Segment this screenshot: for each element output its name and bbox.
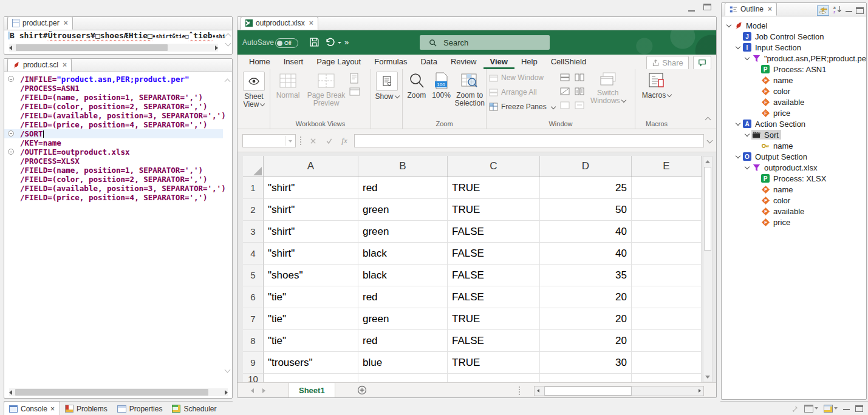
row-header[interactable]: 2 — [243, 199, 264, 221]
grid-vscrollbar[interactable] — [703, 156, 713, 382]
cell[interactable] — [632, 286, 702, 308]
close-icon[interactable]: × — [309, 20, 313, 26]
cancel-icon[interactable] — [310, 138, 316, 144]
cell[interactable] — [632, 221, 702, 243]
cell[interactable]: 20 — [540, 286, 632, 308]
hide-button[interactable] — [559, 86, 571, 96]
cell[interactable]: TRUE — [448, 199, 540, 221]
split-button[interactable] — [559, 72, 571, 83]
expand-arrow[interactable] — [742, 134, 751, 136]
close-icon[interactable]: × — [50, 405, 55, 413]
unhide-button[interactable] — [559, 100, 571, 110]
tab-product-scl[interactable]: product.scl × — [7, 58, 72, 72]
cell[interactable]: TRUE — [448, 352, 540, 374]
fold-toggle[interactable] — [8, 149, 14, 155]
collapse-ribbon-icon[interactable] — [706, 115, 710, 124]
scl-hscrollbar[interactable] — [9, 388, 228, 396]
open-console-button[interactable] — [804, 405, 818, 413]
sheet-nav-left-icon[interactable] — [251, 388, 254, 393]
scroll-up-icon[interactable] — [705, 160, 710, 163]
column-header[interactable]: E — [632, 156, 702, 177]
code-line[interactable]: /INFILE="product.asn,PER;product.per" — [4, 75, 223, 84]
formula-bar-splitter[interactable] — [300, 137, 301, 145]
cell[interactable]: FALSE — [448, 265, 540, 286]
share-button[interactable]: Share — [646, 56, 689, 70]
tree-item[interactable]: AAction Section — [722, 118, 866, 129]
tab-review[interactable]: Review — [444, 55, 484, 69]
enter-check-icon[interactable] — [326, 138, 333, 144]
scrollbar-thumb[interactable] — [704, 167, 711, 251]
cell[interactable] — [632, 374, 702, 383]
cell[interactable]: 20 — [540, 330, 632, 352]
tab-problems[interactable]: Problems — [60, 402, 112, 415]
cell[interactable] — [632, 330, 702, 352]
switch-windows-button[interactable]: Switch Windows — [590, 69, 626, 114]
editor-minimize-button[interactable] — [688, 5, 695, 13]
tab-scheduler[interactable]: Scheduler — [167, 402, 221, 415]
fold-toggle[interactable] — [8, 130, 14, 137]
comments-button[interactable] — [693, 56, 711, 70]
scroll-right-icon[interactable] — [699, 389, 701, 393]
pin-icon[interactable] — [791, 405, 799, 413]
cell[interactable]: "tie" — [264, 308, 358, 330]
zoom-button[interactable]: Zoom — [404, 69, 429, 107]
expand-arrow[interactable] — [742, 58, 751, 59]
reset-window-position-button[interactable] — [573, 100, 586, 110]
scroll-up-icon[interactable] — [225, 77, 230, 86]
sheet-tab[interactable]: Sheet1 — [289, 383, 335, 398]
fold-toggle[interactable] — [8, 76, 14, 82]
tree-item[interactable]: available — [722, 206, 866, 217]
code-line[interactable]: /FIELD=(color, position=2, SEPARATOR=','… — [4, 102, 223, 111]
sheet-nav-right-icon[interactable] — [262, 388, 265, 393]
maximize-view-button[interactable] — [856, 7, 864, 14]
cell[interactable] — [540, 374, 632, 383]
name-box[interactable] — [242, 134, 296, 147]
cell[interactable]: FALSE — [448, 221, 540, 243]
cell[interactable]: blue — [358, 352, 448, 374]
scroll-down-icon[interactable] — [226, 39, 230, 47]
row-header[interactable]: 7 — [243, 308, 264, 330]
tab-outproduct-xlsx[interactable]: outproduct.xlsx × — [241, 16, 318, 30]
expand-arrow[interactable] — [733, 123, 742, 125]
page-layout-icon[interactable] — [349, 73, 359, 84]
column-header[interactable]: A — [264, 156, 358, 177]
cell[interactable]: TRUE — [448, 308, 540, 330]
cell[interactable] — [632, 243, 702, 265]
search-input[interactable]: Search — [420, 35, 550, 50]
tree-item[interactable]: outproduct.xlsx — [722, 162, 866, 173]
freeze-panes-button[interactable]: Freeze Panes — [489, 100, 555, 114]
scrollbar-thumb[interactable] — [15, 389, 208, 396]
scroll-left-icon[interactable] — [9, 390, 12, 395]
tree-item-selected[interactable]: Sort — [722, 129, 866, 140]
tree-item[interactable]: Model — [722, 20, 866, 31]
tab-properties[interactable]: Properties — [112, 402, 168, 415]
cell[interactable]: red — [358, 177, 448, 199]
code-line[interactable]: /KEY=name — [4, 138, 223, 147]
cell[interactable]: "tie" — [264, 286, 358, 308]
tree-item[interactable]: price — [722, 217, 866, 228]
scroll-down-icon[interactable] — [225, 365, 230, 374]
tree-item[interactable]: PProcess: XLSX — [722, 173, 866, 184]
row-header[interactable]: 10 — [243, 374, 264, 383]
tree-item[interactable]: color — [722, 86, 866, 96]
cell[interactable]: "trousers" — [264, 352, 358, 374]
cell[interactable]: FALSE — [448, 330, 540, 352]
cell[interactable] — [632, 265, 702, 286]
tree-item[interactable]: JJob Control Section — [722, 31, 866, 42]
code-line[interactable]: /PROCESS=XLSX — [4, 157, 223, 166]
view-side-by-side-button[interactable] — [573, 72, 586, 83]
code-line[interactable]: /FIELD=(available, position=3, SEPARATOR… — [4, 184, 223, 193]
per-hscrollbar[interactable] — [9, 44, 218, 52]
show-button[interactable]: Show — [371, 69, 403, 101]
sheet-view-button[interactable]: Sheet View — [238, 69, 270, 109]
cell[interactable] — [448, 374, 540, 383]
code-line[interactable]: /FIELD=(color, position=2, SEPARATOR=','… — [4, 175, 223, 184]
formula-input[interactable] — [354, 134, 704, 147]
cell[interactable]: FALSE — [448, 286, 540, 308]
tree-item[interactable]: name — [722, 75, 866, 86]
zoom-100-button[interactable]: 100 100% — [429, 69, 454, 107]
cell[interactable] — [632, 199, 702, 221]
expand-arrow[interactable] — [733, 156, 742, 158]
maximize-view-button[interactable] — [855, 405, 863, 412]
tab-view[interactable]: View — [484, 55, 514, 69]
